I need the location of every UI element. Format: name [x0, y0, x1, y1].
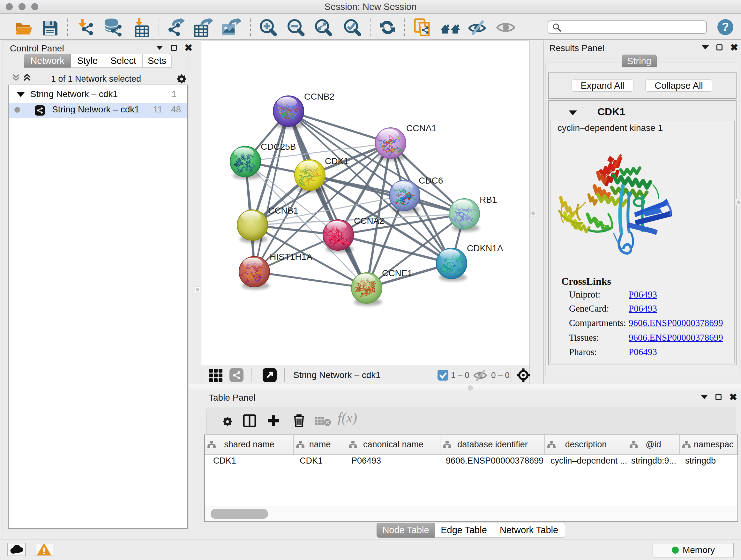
svg-text:CDC6: CDC6 — [419, 176, 443, 186]
svg-text:CCNB2: CCNB2 — [304, 91, 334, 102]
svg-text:CCNA1: CCNA1 — [406, 123, 436, 133]
svg-text:HIST1H1A: HIST1H1A — [270, 252, 313, 262]
svg-text:CDKN1A: CDKN1A — [467, 243, 503, 253]
svg-text:RB1: RB1 — [480, 195, 497, 205]
svg-text:CCNA2: CCNA2 — [354, 216, 384, 226]
svg-text:CCNB1: CCNB1 — [268, 206, 298, 215]
svg-text:CDC25B: CDC25B — [261, 142, 296, 152]
svg-text:CCNE1: CCNE1 — [382, 268, 412, 278]
svg-text:CDK1: CDK1 — [325, 156, 349, 166]
